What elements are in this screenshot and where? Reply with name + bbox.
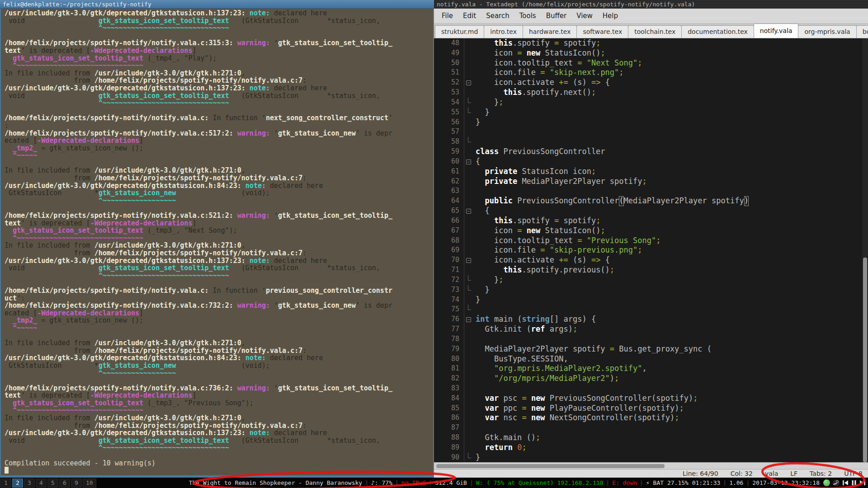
tab-struktur.md[interactable]: struktur.md	[435, 25, 484, 38]
workspace-6[interactable]: 6	[59, 479, 70, 488]
fold-collapse-icon[interactable]	[466, 80, 471, 85]
fold-collapse-icon[interactable]	[466, 317, 471, 322]
terminal-output[interactable]: /usr/include/gtk-3.0/gtk/deprecated/gtks…	[0, 9, 434, 475]
fold-margin[interactable]	[463, 236, 476, 246]
fold-margin[interactable]	[463, 404, 476, 413]
fold-margin[interactable]	[463, 255, 476, 265]
code-line: 85 var ppc = new PlayPauseController(spo…	[434, 404, 868, 413]
terminal-line: /home/felix/projects/spotify-notify/noti…	[5, 302, 433, 310]
fold-margin[interactable]	[463, 88, 476, 98]
tab-toolchain.tex[interactable]: toolchain.tex	[628, 25, 682, 38]
editor-titlebar[interactable]: notify.vala - Textadept (/home/felix/pro…	[434, 0, 868, 9]
fold-margin[interactable]	[463, 443, 476, 453]
fold-margin[interactable]	[463, 38, 476, 48]
menu-help[interactable]: Help	[598, 9, 623, 23]
terminal-line: In file included from /usr/include/gtk-3…	[5, 242, 433, 249]
terminal-line: text’ is deprecated [-Wdeprecated-declar…	[5, 220, 433, 227]
fold-margin[interactable]	[463, 117, 476, 127]
tab-software.tex[interactable]: software.tex	[576, 25, 628, 38]
tab-documentation.tex[interactable]: documentation.tex	[681, 25, 754, 38]
menu-edit[interactable]: Edit	[458, 9, 481, 23]
menu-tools[interactable]: Tools	[514, 9, 541, 23]
fold-margin[interactable]	[463, 226, 476, 236]
vertical-scrollbar-thumb[interactable]	[863, 258, 867, 462]
horizontal-scrollbar-thumb[interactable]	[436, 464, 665, 468]
menu-view[interactable]: View	[571, 9, 598, 23]
fold-margin[interactable]	[463, 314, 476, 324]
fold-margin[interactable]	[463, 295, 476, 305]
fold-margin[interactable]	[463, 364, 476, 374]
green-status-icon[interactable]	[823, 479, 830, 486]
fold-margin[interactable]	[463, 167, 476, 177]
fold-margin[interactable]	[463, 147, 476, 157]
terminal-line: ^~~~~~	[5, 152, 433, 160]
fold-margin[interactable]	[463, 48, 476, 58]
fold-collapse-icon[interactable]	[466, 160, 471, 164]
workspace-9[interactable]: 9	[71, 479, 82, 488]
fold-margin[interactable]	[463, 216, 476, 226]
fold-margin[interactable]	[463, 127, 476, 137]
workspace-1[interactable]: 1	[0, 479, 11, 488]
terminal-titlebar[interactable]: felix@denkplatte:~/projects/spotify-noti…	[0, 0, 434, 9]
fold-margin[interactable]	[463, 68, 476, 78]
tab-intro.tex[interactable]: intro.tex	[484, 25, 523, 38]
workspace-10[interactable]: 10	[83, 479, 96, 488]
fold-margin[interactable]	[463, 245, 476, 255]
fold-margin[interactable]	[463, 344, 476, 354]
fold-margin[interactable]	[463, 354, 476, 364]
fold-margin[interactable]	[463, 384, 476, 394]
menu-file[interactable]: File	[437, 9, 458, 23]
fold-margin[interactable]	[463, 394, 476, 404]
fold-margin[interactable]	[463, 177, 476, 187]
code-line: 69 icon.file = "skip-previous.png";	[434, 245, 868, 255]
steam-icon[interactable]	[833, 479, 840, 486]
workspace-3[interactable]: 3	[24, 479, 35, 488]
terminal-line: from /home/felix/projects/spotify-notify…	[5, 347, 433, 355]
fold-margin[interactable]	[463, 423, 476, 433]
code-area[interactable]: 48 this.spotify = spotify;49 icon = new …	[434, 38, 868, 462]
terminal-line: _tmp2_ = gtk_status_icon_new ();	[5, 317, 433, 324]
fold-collapse-icon[interactable]	[466, 258, 471, 263]
menu-buffer[interactable]: Buffer	[541, 9, 572, 23]
skip-previous-icon[interactable]	[842, 480, 849, 486]
tab-hardware.tex[interactable]: hardware.tex	[523, 25, 577, 38]
pause-icon[interactable]	[851, 480, 857, 486]
fold-margin[interactable]	[463, 58, 476, 68]
tab-org-mpris.vala[interactable]: org-mpris.vala	[798, 25, 856, 38]
fold-margin[interactable]	[463, 157, 476, 167]
fold-margin[interactable]	[463, 275, 476, 285]
menu-search[interactable]: Search	[481, 9, 514, 23]
fold-margin[interactable]	[463, 374, 476, 384]
fold-margin[interactable]	[463, 108, 476, 117]
fold-margin[interactable]	[463, 196, 476, 206]
workspace-2[interactable]: 2	[12, 479, 23, 488]
fold-margin[interactable]	[463, 305, 476, 314]
line-number: 51	[434, 68, 463, 78]
fold-margin[interactable]	[463, 285, 476, 295]
tab-notify.vala[interactable]: notify.vala	[754, 23, 799, 38]
terminal-line: from /home/felix/projects/spotify-notify…	[5, 249, 433, 257]
fold-margin[interactable]	[463, 78, 476, 88]
fold-collapse-icon[interactable]	[466, 209, 471, 214]
fold-margin[interactable]	[463, 98, 476, 108]
workspace-5[interactable]: 5	[47, 479, 58, 488]
line-number: 60	[434, 157, 463, 167]
skip-next-icon[interactable]	[859, 480, 866, 486]
fold-margin[interactable]	[463, 433, 476, 443]
terminal-line	[5, 332, 433, 340]
fold-margin[interactable]	[463, 324, 476, 334]
fold-margin[interactable]	[463, 206, 476, 216]
fold-margin[interactable]	[463, 265, 476, 275]
tab-build.sh[interactable]: build.sh	[856, 25, 868, 38]
fold-margin[interactable]	[463, 413, 476, 423]
horizontal-scrollbar[interactable]	[434, 462, 868, 469]
terminal-line: /home/felix/projects/spotify-notify/noti…	[5, 39, 433, 47]
fold-margin[interactable]	[463, 186, 476, 196]
workspace-4[interactable]: 4	[36, 479, 47, 488]
vertical-scrollbar[interactable]	[862, 38, 868, 462]
code-line: 51 icon.file = "skip-next.png";	[434, 68, 868, 78]
fold-margin[interactable]	[463, 453, 476, 462]
fold-margin[interactable]	[463, 334, 476, 344]
terminal-line: ^~~~~~~~~~~~~~~~~~~~~~~~~~~~~~~~	[5, 407, 433, 414]
fold-margin[interactable]	[463, 137, 476, 147]
